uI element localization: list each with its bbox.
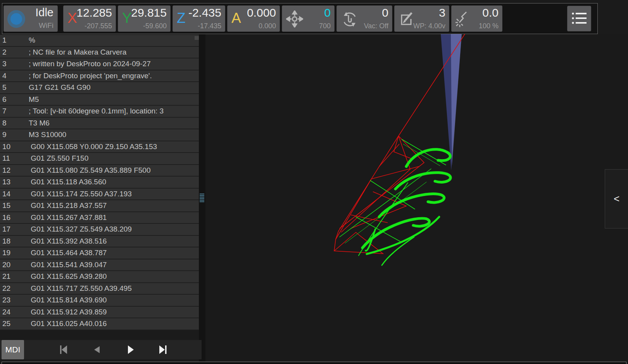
laser-power: 100 % — [479, 22, 499, 30]
gcode-line-text: T3 M6 — [29, 119, 50, 127]
side-panel-expand-tab[interactable]: < — [605, 169, 628, 228]
gcode-line[interactable]: 13 G01 X115.118 A36.560 — [0, 177, 199, 189]
gcode-line[interactable]: 25 G01 X116.025 A40.016 — [0, 318, 199, 330]
axis-panel-x[interactable]: X 12.285 -207.555 — [63, 5, 116, 32]
gcode-line-number: 15 — [0, 201, 29, 210]
gcode-line[interactable]: 1 % — [0, 35, 199, 47]
menu-list-icon — [571, 10, 587, 27]
panel-splitter[interactable] — [199, 34, 205, 364]
gcode-line[interactable]: 5 G17 G21 G54 G90 — [0, 82, 199, 94]
gcode-line-number: 16 — [0, 213, 29, 222]
axis-letter-x: X — [67, 10, 77, 27]
gcode-line-text: ; Tool: [v-bit 60degree 0.1mm], location… — [29, 107, 164, 115]
gcode-line-text: % — [29, 36, 35, 45]
axis-panel-z[interactable]: Z -2.435 -17.435 — [173, 5, 225, 32]
gcode-line-number: 7 — [0, 107, 29, 115]
feed-moves — [340, 139, 450, 265]
skip-to-end-button[interactable] — [157, 343, 170, 356]
gcode-line[interactable]: 24 G01 X115.912 A39.859 — [0, 307, 199, 319]
gcode-line[interactable]: 7 ; Tool: [v-bit 60degree 0.1mm], locati… — [0, 106, 199, 118]
axis-secondary-a: 0.000 — [259, 22, 276, 30]
axis-secondary-z: -17.435 — [198, 22, 221, 30]
gcode-line-number: 11 — [0, 154, 29, 163]
gcode-line[interactable]: 19 G01 X115.464 A38.787 — [0, 247, 199, 259]
gcode-line-number: 3 — [0, 60, 29, 68]
gcode-line-text: G01 X115.267 A37.881 — [29, 213, 107, 222]
tool-number: 3 — [439, 6, 445, 19]
axis-secondary-y: -59.600 — [143, 22, 167, 30]
gcode-line[interactable]: 20 G01 X115.541 A39.047 — [0, 259, 199, 271]
gcode-line-text: ; written by DeskProto on 2024-09-27 — [29, 60, 151, 68]
toolpath-viewport[interactable] — [205, 34, 628, 364]
panel-laser[interactable]: 0.0 100 % — [451, 5, 502, 32]
jog-speed-value: 700 — [319, 22, 331, 30]
gcode-line[interactable]: 15 G01 X115.218 A37.557 — [0, 200, 199, 212]
gcode-line-text: G01 X115.814 A39.690 — [29, 296, 107, 304]
gcode-line[interactable]: 17 G01 X115.327 Z5.549 A38.209 — [0, 224, 199, 236]
play-icon — [124, 351, 137, 357]
gcode-line-text: G01 X115.625 A39.280 — [29, 272, 107, 281]
gcode-line-number: 9 — [0, 130, 29, 139]
gcode-line-text: G17 G21 G54 G90 — [29, 83, 91, 92]
gcode-line-text: G01 Z5.550 F150 — [29, 154, 88, 163]
gcode-line-text: ; NC file for a Makera Carvera — [29, 48, 126, 57]
play-button[interactable] — [124, 343, 137, 356]
connection-type-label: WiFi — [39, 21, 53, 30]
gcode-line[interactable]: 16 G01 X115.267 A37.881 — [0, 212, 199, 224]
tool-cone-highlight — [451, 34, 462, 166]
gcode-line-text: G01 X115.118 A36.560 — [29, 178, 106, 186]
gcode-line-number: 10 — [0, 143, 29, 151]
panel-jog[interactable]: 0 700 — [282, 5, 335, 32]
axis-value-z: -2.435 — [188, 6, 221, 19]
gcode-line-number: 24 — [0, 308, 29, 316]
gcode-line[interactable]: 12 G01 X115.080 Z5.549 A35.889 F500 — [0, 165, 199, 177]
gcode-line-text: G01 X115.327 Z5.549 A38.209 — [29, 225, 132, 234]
connection-status-icon — [7, 10, 25, 28]
machine-state-label: Idle — [35, 6, 53, 19]
step-back-button[interactable] — [90, 343, 104, 356]
gcode-line-number: 14 — [0, 190, 29, 198]
gcode-line[interactable]: 10 G00 X115.058 Y0.000 Z9.150 A35.153 — [0, 141, 199, 153]
gcode-line[interactable]: 22 G01 X115.717 Z5.550 A39.495 — [0, 283, 199, 295]
gcode-line-text: M3 S10000 — [29, 130, 66, 139]
axis-panel-a[interactable]: A 0.000 0.000 — [227, 5, 280, 32]
mdi-input-field[interactable] — [2, 362, 626, 364]
gcode-line-text: G01 X115.541 A39.047 — [29, 261, 107, 269]
vacuum-status: Vac: Off — [364, 22, 388, 30]
gcode-line[interactable]: 23 G01 X115.814 A39.690 — [0, 295, 199, 307]
mdi-button[interactable]: MDI — [2, 340, 24, 359]
gcode-line-number: 25 — [0, 319, 29, 328]
gcode-line-number: 1 — [0, 36, 29, 45]
panel-spindle[interactable]: 0 Vac: Off — [336, 5, 392, 32]
gcode-line-number: 4 — [0, 72, 29, 80]
toolpath-canvas — [205, 34, 628, 364]
gcode-line[interactable]: 6 M5 — [0, 94, 199, 106]
gcode-line-text: G01 X115.392 A38.516 — [29, 237, 107, 246]
gcode-line-number: 20 — [0, 261, 29, 269]
gcode-line[interactable]: 11 G01 Z5.550 F150 — [0, 153, 199, 165]
chevron-left-icon: < — [614, 193, 619, 205]
skip-to-start-button[interactable] — [57, 343, 70, 356]
gcode-line-number: 8 — [0, 119, 29, 127]
gcode-line[interactable]: 2 ; NC file for a Makera Carvera — [0, 47, 199, 59]
axis-value-x: 12.285 — [76, 6, 112, 19]
panel-tool[interactable]: 3 WP: 4.00v — [394, 5, 449, 32]
gcode-line[interactable]: 3 ; written by DeskProto on 2024-09-27 — [0, 58, 199, 70]
laser-icon — [455, 10, 473, 29]
gcode-line[interactable]: 21 G01 X115.625 A39.280 — [0, 271, 199, 283]
top-status-bar: Idle WiFi X 12.285 -207.555 Y 29.815 -59… — [2, 3, 598, 34]
menu-button[interactable] — [567, 6, 591, 31]
gcode-line[interactable]: 14 G01 X115.174 Z5.550 A37.193 — [0, 189, 199, 201]
axis-letter-z: Z — [177, 10, 186, 27]
panel-machine-status[interactable]: Idle WiFi — [3, 5, 58, 32]
gcode-line-number: 18 — [0, 237, 29, 246]
gcode-line[interactable]: 8 T3 M6 — [0, 118, 199, 130]
splitter-grip-icon[interactable] — [200, 193, 204, 203]
axis-panel-y[interactable]: Y 29.815 -59.600 — [118, 5, 171, 32]
gcode-line-text: G00 X115.058 Y0.000 Z9.150 A35.153 — [29, 143, 157, 151]
gcode-line[interactable]: 4 ; for DeskProto project 'pen_engrave'. — [0, 70, 199, 82]
spindle-value: 0 — [382, 6, 388, 19]
gcode-line-text: G01 X115.717 Z5.550 A39.495 — [29, 284, 132, 293]
gcode-line[interactable]: 18 G01 X115.392 A38.516 — [0, 236, 199, 248]
gcode-line[interactable]: 9 M3 S10000 — [0, 129, 199, 141]
